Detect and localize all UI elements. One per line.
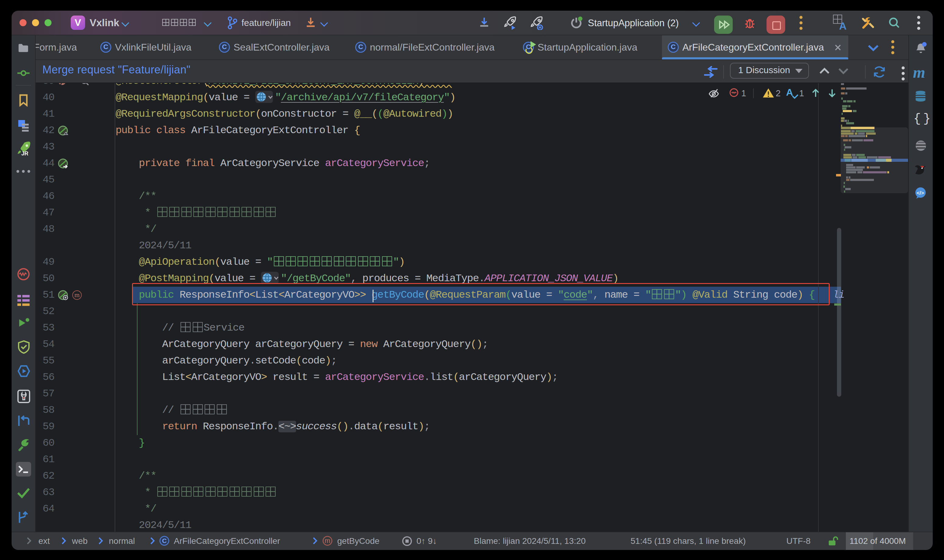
svg-text:</>: </> (916, 190, 924, 196)
svg-text:JR: JR (22, 151, 28, 157)
